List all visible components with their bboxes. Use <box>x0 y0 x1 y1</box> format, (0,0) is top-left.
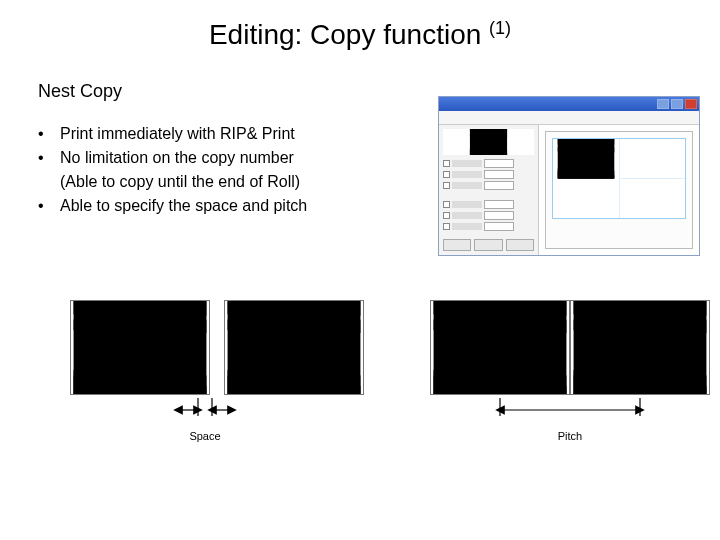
app-screenshot <box>438 96 700 256</box>
window-maximize-icon <box>671 99 683 109</box>
bullet-list: •Print immediately with RIP& Print •No l… <box>38 122 398 218</box>
pitch-example <box>430 300 710 395</box>
title-text: Editing: Copy function <box>209 19 489 50</box>
window-close-icon <box>685 99 697 109</box>
app-controls <box>443 159 534 231</box>
copy-tile <box>70 300 210 395</box>
bullet-item: Able to specify the space and pitch <box>60 194 398 218</box>
thumbnail-image <box>443 129 534 155</box>
bullet-item: No limitation on the copy number <box>60 146 398 170</box>
title-superscript: (1) <box>489 18 511 38</box>
bullet-item: Print immediately with RIP& Print <box>60 122 398 146</box>
app-side-panel <box>439 125 539 255</box>
copy-tile <box>224 300 364 395</box>
app-button <box>506 239 534 251</box>
pitch-dimension: Pitch <box>490 398 650 442</box>
space-example <box>70 300 364 395</box>
space-dimension: Space <box>160 398 250 442</box>
copy-tile <box>430 300 570 395</box>
space-label: Space <box>160 430 250 442</box>
app-button <box>443 239 471 251</box>
app-button <box>474 239 502 251</box>
window-minimize-icon <box>657 99 669 109</box>
page-title: Editing: Copy function (1) <box>0 18 720 51</box>
pitch-label: Pitch <box>490 430 650 442</box>
app-canvas-area <box>539 125 699 255</box>
app-titlebar <box>439 97 699 111</box>
copy-tile <box>570 300 710 395</box>
app-toolbar <box>439 111 699 125</box>
layout-page <box>552 138 686 219</box>
bullet-item: (Able to copy until the end of Roll) <box>60 170 398 194</box>
